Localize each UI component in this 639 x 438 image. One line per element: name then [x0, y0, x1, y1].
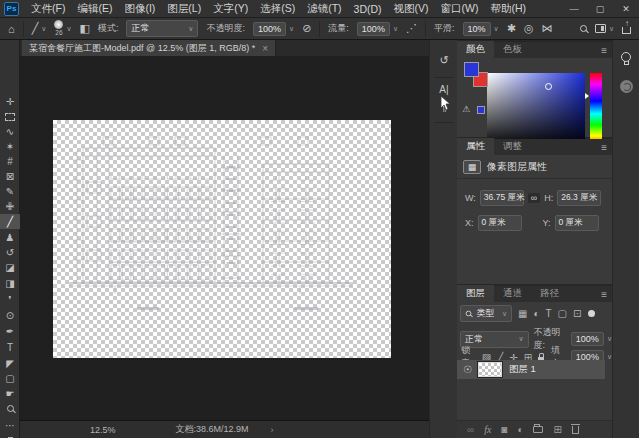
- menu-image[interactable]: 图像(I): [118, 2, 161, 16]
- history-brush-tool[interactable]: ↺: [0, 245, 20, 260]
- blend-mode-dropdown[interactable]: 正常 ∨: [126, 20, 198, 37]
- eraser-tool[interactable]: ◪: [0, 260, 20, 275]
- lasso-tool[interactable]: ∿: [0, 124, 20, 139]
- delete-layer-icon[interactable]: [572, 426, 579, 434]
- edit-toolbar-button[interactable]: ⋯: [0, 418, 20, 433]
- filter-smart-object-icon[interactable]: ⊡: [573, 308, 581, 319]
- type-tool[interactable]: T: [0, 340, 20, 355]
- filter-image-icon[interactable]: ▦: [518, 308, 527, 319]
- y-field[interactable]: 0 厘米: [555, 215, 599, 231]
- color-picker-marker[interactable]: [545, 83, 552, 90]
- default-swap-colors[interactable]: [0, 432, 20, 438]
- tab-swatches[interactable]: 色板: [494, 41, 531, 58]
- brush-settings-panel-toggle[interactable]: ◧: [80, 22, 90, 35]
- pressure-size-icon[interactable]: ◎: [524, 22, 534, 35]
- paint-symmetry-icon[interactable]: ⋈: [542, 22, 553, 35]
- frame-tool[interactable]: ⊠: [0, 169, 20, 184]
- document-canvas[interactable]: [53, 120, 391, 358]
- tab-color[interactable]: 颜色: [457, 41, 494, 58]
- link-layers-icon[interactable]: ∞: [467, 424, 474, 435]
- tab-channels[interactable]: 通道: [494, 285, 531, 302]
- share-button[interactable]: [622, 23, 631, 34]
- history-panel-icon[interactable]: ↺: [430, 54, 458, 67]
- height-field[interactable]: 26.3 厘米: [557, 190, 601, 206]
- path-select-tool[interactable]: ◤: [0, 356, 20, 371]
- menu-window[interactable]: 窗口(W): [435, 2, 485, 16]
- tab-paths[interactable]: 路径: [531, 285, 568, 302]
- pressure-opacity-icon[interactable]: ⊘: [302, 22, 311, 35]
- layer-thumbnail[interactable]: [478, 362, 502, 377]
- x-field[interactable]: 0 厘米: [478, 215, 522, 231]
- airbrush-icon[interactable]: ⋰: [406, 22, 417, 35]
- filter-toggle[interactable]: [588, 310, 595, 317]
- menu-view[interactable]: 视图(V): [388, 2, 435, 16]
- adjustment-layer-icon[interactable]: ◐: [517, 424, 523, 435]
- quick-select-tool[interactable]: ✶: [0, 139, 20, 154]
- smoothing-field[interactable]: 10%: [463, 22, 491, 36]
- menu-filter[interactable]: 滤镜(T): [301, 2, 347, 16]
- close-button[interactable]: ✕: [613, 4, 639, 14]
- layer-row[interactable]: ☉ 图层 1: [457, 360, 605, 379]
- libraries-panel-icon[interactable]: [620, 80, 633, 93]
- width-field[interactable]: 36.75 厘米: [480, 190, 524, 206]
- menu-help[interactable]: 帮助(H): [485, 2, 533, 16]
- workspace-switcher[interactable]: ∨: [595, 24, 614, 33]
- layer-name[interactable]: 图层 1: [509, 363, 536, 376]
- menu-layer[interactable]: 图层(L): [161, 2, 207, 16]
- blur-tool[interactable]: ❜: [0, 292, 20, 307]
- shape-tool[interactable]: ▢: [0, 371, 20, 386]
- healing-brush-tool[interactable]: ✙: [0, 199, 20, 214]
- character-panel-icon[interactable]: A|: [430, 84, 458, 95]
- foreground-color-swatch[interactable]: [464, 62, 479, 77]
- zoom-tool[interactable]: [0, 401, 20, 416]
- brush-tool[interactable]: ╱: [0, 214, 20, 229]
- menu-file[interactable]: 文件(F): [25, 2, 71, 16]
- menu-type[interactable]: 文字(Y): [207, 2, 254, 16]
- close-tab-icon[interactable]: ×: [262, 43, 268, 54]
- move-tool[interactable]: ✛: [0, 94, 20, 109]
- panel-menu-icon[interactable]: ≡: [601, 45, 607, 56]
- gradient-tool[interactable]: ◨: [0, 276, 20, 291]
- menu-edit[interactable]: 编辑(E): [71, 2, 118, 16]
- layer-filter-dropdown[interactable]: 类型 ∨: [460, 305, 512, 322]
- hand-tool[interactable]: ☛: [0, 386, 20, 401]
- hue-slider[interactable]: [590, 73, 602, 147]
- learn-panel-bulb-icon[interactable]: [621, 52, 631, 62]
- tab-layers[interactable]: 图层: [457, 285, 494, 302]
- tab-adjustments[interactable]: 调整: [494, 138, 531, 155]
- hue-slider-marker[interactable]: [585, 93, 589, 99]
- crop-tool[interactable]: #: [0, 154, 20, 169]
- gamut-color-chip[interactable]: [477, 106, 485, 114]
- brush-preset-picker[interactable]: 26 ∨: [54, 20, 71, 37]
- filter-type-icon[interactable]: T: [546, 308, 552, 319]
- smoothing-gear-icon[interactable]: ✱: [507, 22, 516, 35]
- status-arrow-icon[interactable]: ›: [271, 425, 274, 435]
- layer-mask-icon[interactable]: ◙: [501, 424, 507, 435]
- tab-properties[interactable]: 属性: [457, 138, 494, 155]
- eyedropper-tool[interactable]: ✎: [0, 184, 20, 199]
- filter-shape-icon[interactable]: ▢: [558, 308, 567, 319]
- flow-field[interactable]: 100%: [357, 22, 390, 36]
- menu-select[interactable]: 选择(S): [254, 2, 301, 16]
- home-icon[interactable]: ⌂: [8, 23, 15, 35]
- panel-menu-icon[interactable]: ≡: [601, 142, 607, 153]
- layer-visibility-eye-icon[interactable]: ☉: [463, 364, 472, 375]
- new-group-icon[interactable]: [533, 426, 543, 433]
- filter-adjustment-icon[interactable]: ◐: [533, 308, 539, 319]
- tool-preset-picker[interactable]: ╱ ∨: [32, 22, 47, 35]
- document-tab[interactable]: 某宿舍餐厅施工图-Model.pdf @ 12.5% (图层 1, RGB/8)…: [22, 40, 276, 56]
- panel-menu-icon[interactable]: ≡: [601, 289, 607, 300]
- layer-style-fx-icon[interactable]: fx: [484, 424, 491, 435]
- saturation-brightness-field[interactable]: [487, 73, 585, 147]
- maximize-button[interactable]: ▢: [587, 4, 613, 14]
- minimize-button[interactable]: —: [561, 4, 587, 14]
- link-dimensions-icon[interactable]: ∞: [528, 193, 540, 203]
- zoom-level-field[interactable]: 12.5%: [90, 425, 116, 435]
- marquee-tool[interactable]: [0, 109, 20, 124]
- gamut-warning-icon[interactable]: ⚠: [462, 104, 470, 114]
- pen-tool[interactable]: ✒: [0, 324, 20, 339]
- menu-3d[interactable]: 3D(D): [348, 3, 388, 15]
- search-icon[interactable]: [580, 25, 587, 32]
- dodge-tool[interactable]: ⊙: [0, 308, 20, 323]
- clone-stamp-tool[interactable]: ♟: [0, 230, 20, 245]
